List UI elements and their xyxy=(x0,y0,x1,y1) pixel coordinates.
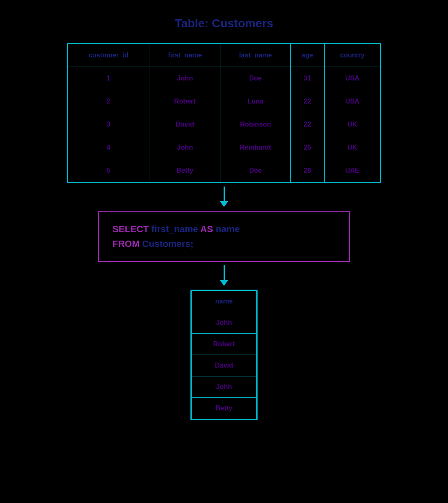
result-cell-name: Robert xyxy=(192,334,257,355)
sql-line1-plain2: name xyxy=(213,224,240,234)
cell-last_name: Luna xyxy=(221,90,290,113)
result-row: John xyxy=(192,312,257,334)
result-row: Robert xyxy=(192,334,257,355)
sql-query-box: SELECT first_name AS name FROM Customers… xyxy=(98,211,350,262)
cell-customer_id: 3 xyxy=(68,113,149,136)
col-customer-id: customer_id xyxy=(68,44,149,67)
sql-line1-plain1: first_name xyxy=(149,224,201,234)
cell-age: 22 xyxy=(290,113,324,136)
arrow-head-2 xyxy=(220,280,228,286)
cell-customer_id: 1 xyxy=(68,67,149,90)
result-header-row: name xyxy=(192,291,257,312)
cell-last_name: Doe xyxy=(221,159,290,182)
arrow-to-query xyxy=(220,187,228,207)
table-header-row: customer_id first_name last_name age cou… xyxy=(68,44,380,67)
cell-customer_id: 5 xyxy=(68,159,149,182)
result-cell-name: Betty xyxy=(192,398,257,419)
cell-first_name: Robert xyxy=(149,90,221,113)
cell-age: 22 xyxy=(290,90,324,113)
table-row: 1JohnDoe31USA xyxy=(68,67,380,90)
table-row: 5BettyDoe28UAE xyxy=(68,159,380,182)
result-row: John xyxy=(192,376,257,398)
col-last-name: last_name xyxy=(221,44,290,67)
cell-age: 31 xyxy=(290,67,324,90)
arrow-line-2 xyxy=(224,265,225,280)
customers-table: customer_id first_name last_name age cou… xyxy=(68,44,380,182)
result-table: name JohnRobertDavidJohnBetty xyxy=(191,290,257,419)
result-row: David xyxy=(192,355,257,376)
table-row: 4JohnReinhardt25UK xyxy=(68,136,380,159)
sql-from-keyword: FROM xyxy=(112,239,140,249)
cell-country: USA xyxy=(324,67,380,90)
cell-customer_id: 2 xyxy=(68,90,149,113)
table-row: 2RobertLuna22USA xyxy=(68,90,380,113)
col-first-name: first_name xyxy=(149,44,221,67)
cell-last_name: Robinson xyxy=(221,113,290,136)
cell-first_name: David xyxy=(149,113,221,136)
result-cell-name: John xyxy=(192,312,257,334)
result-cell-name: John xyxy=(192,376,257,398)
customers-table-wrapper: customer_id first_name last_name age cou… xyxy=(67,43,381,183)
result-col-name: name xyxy=(192,291,257,312)
result-table-wrapper: name JohnRobertDavidJohnBetty xyxy=(190,290,258,420)
cell-country: UAE xyxy=(324,159,380,182)
arrow-head-1 xyxy=(220,201,228,207)
result-row: Betty xyxy=(192,398,257,419)
sql-text: SELECT first_name AS name FROM Customers… xyxy=(112,222,336,251)
cell-customer_id: 4 xyxy=(68,136,149,159)
cell-country: UK xyxy=(324,113,380,136)
result-cell-name: David xyxy=(192,355,257,376)
arrow-line-1 xyxy=(224,187,225,201)
sql-as-keyword: AS xyxy=(200,224,213,234)
cell-first_name: John xyxy=(149,67,221,90)
table-row: 3DavidRobinson22UK xyxy=(68,113,380,136)
page-title: Table: Customers xyxy=(175,17,273,30)
main-container: Table: Customers customer_id first_name … xyxy=(35,17,413,420)
cell-last_name: Doe xyxy=(221,67,290,90)
cell-country: USA xyxy=(324,90,380,113)
cell-first_name: John xyxy=(149,136,221,159)
col-age: age xyxy=(290,44,324,67)
cell-age: 28 xyxy=(290,159,324,182)
arrow-to-result xyxy=(220,265,228,286)
cell-first_name: Betty xyxy=(149,159,221,182)
cell-last_name: Reinhardt xyxy=(221,136,290,159)
sql-select-keyword: SELECT xyxy=(112,224,149,234)
col-country: country xyxy=(324,44,380,67)
cell-country: UK xyxy=(324,136,380,159)
sql-line2-plain1: Customers; xyxy=(140,239,193,249)
cell-age: 25 xyxy=(290,136,324,159)
